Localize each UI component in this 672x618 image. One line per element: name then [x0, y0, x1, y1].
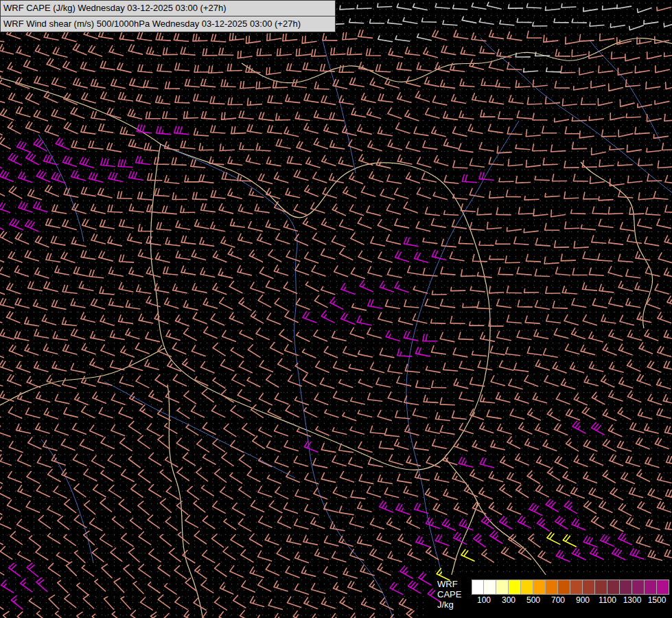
legend-labels: WRF CAPE J/kg — [426, 575, 466, 618]
legend-swatch — [657, 580, 669, 595]
legend-swatch — [484, 580, 496, 595]
legend-tick: 300 — [496, 595, 521, 605]
legend-tick-row: 100300500700900110013001500 — [472, 595, 669, 605]
legend-swatch — [632, 580, 645, 595]
legend-swatch — [558, 580, 570, 595]
legend-swatch — [546, 580, 558, 595]
river-line — [323, 40, 356, 173]
legend-swatch — [583, 580, 595, 595]
legend-scale: 100300500700900110013001500 — [472, 575, 669, 618]
legend-swatch — [570, 580, 583, 595]
legend-swatch — [533, 580, 546, 595]
border-line — [581, 162, 653, 328]
legend-tick: 900 — [570, 595, 595, 605]
title-windshear: WRF Wind shear (m/s) 500/1000hPa Wednesd… — [0, 16, 336, 32]
legend-swatch — [472, 580, 484, 595]
border-line — [0, 348, 165, 407]
weather-map: WRF CAPE (J/kg) Wednesday 03-12-2025 03:… — [0, 0, 672, 618]
legend-swatch — [607, 580, 620, 595]
legend-tick: 1100 — [595, 595, 620, 605]
wind-barbs — [0, 0, 672, 618]
legend-swatch — [496, 580, 509, 595]
legend-tick: 100 — [472, 595, 496, 605]
wind-barb-layer — [0, 0, 672, 618]
legend-tick: 500 — [521, 595, 546, 605]
river-line — [480, 38, 672, 196]
legend-swatch — [521, 580, 533, 595]
legend-parameter: CAPE — [437, 589, 466, 599]
title-block: WRF CAPE (J/kg) Wednesday 03-12-2025 03:… — [0, 0, 336, 32]
legend-tick: 700 — [546, 595, 570, 605]
legend-swatch — [645, 580, 657, 595]
legend-colorbar — [472, 580, 669, 595]
legend-model: WRF — [437, 579, 466, 589]
rivers — [38, 38, 672, 618]
legend-swatch — [620, 580, 632, 595]
legend-tick: 1500 — [645, 595, 669, 605]
river-line — [104, 382, 295, 478]
border-line — [150, 144, 490, 470]
title-cape: WRF CAPE (J/kg) Wednesday 03-12-2025 03:… — [0, 0, 336, 16]
legend-swatch — [595, 580, 607, 595]
legend-unit: J/kg — [437, 599, 466, 610]
legend-swatch — [509, 580, 521, 595]
cape-legend: WRF CAPE J/kg 10030050070090011001300150… — [426, 575, 672, 618]
river-line — [406, 121, 519, 610]
map-graphics — [0, 0, 672, 618]
legend-tick: 1300 — [620, 595, 645, 605]
